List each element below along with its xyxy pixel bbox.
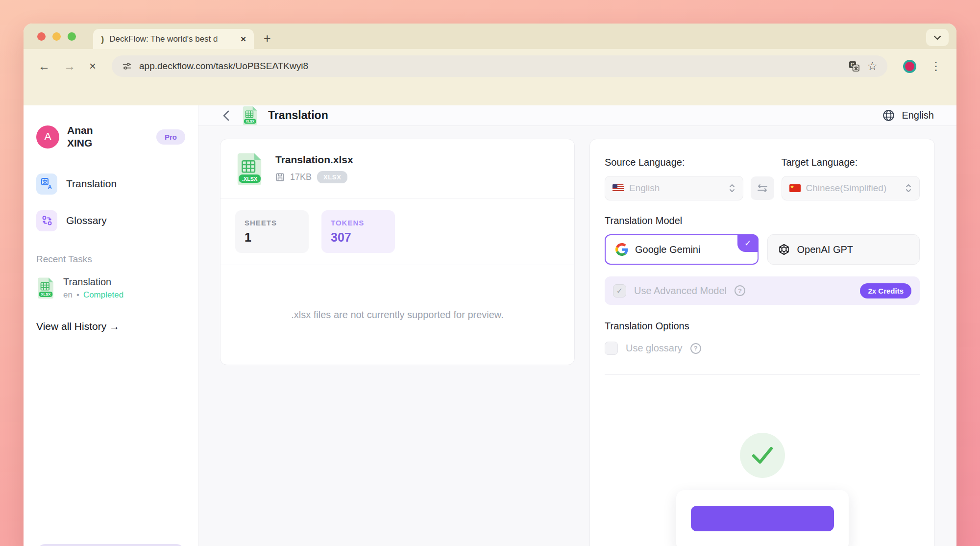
app-content: A Anan XING Pro A Translatio bbox=[24, 105, 956, 546]
target-language-value: Chinese(Simplified) bbox=[806, 183, 900, 194]
back-chevron-icon[interactable] bbox=[221, 109, 232, 122]
target-language-select[interactable]: ★ Chinese(Simplified) bbox=[782, 176, 920, 200]
file-stats: SHEETS 1 TOKENS 307 bbox=[220, 199, 574, 265]
new-tab-button[interactable]: + bbox=[264, 32, 271, 45]
model-name: Google Gemini bbox=[635, 244, 700, 255]
sidebar-item-glossary[interactable]: Glossary bbox=[36, 210, 185, 231]
recent-task-text: Translation en • Completed bbox=[63, 276, 123, 300]
sidebar-item-label: Glossary bbox=[66, 215, 107, 226]
task-status: Completed bbox=[83, 290, 123, 300]
bookmark-star-icon[interactable]: ☆ bbox=[867, 59, 878, 73]
use-glossary-checkbox[interactable] bbox=[605, 342, 618, 355]
language-row: Source Language: English bbox=[605, 157, 920, 200]
advanced-model-row: ✓ Use Advanced Model ? 2x Credits bbox=[605, 276, 920, 305]
tab-title: DeckFlow: The world's best d bbox=[109, 34, 235, 44]
updown-chevron-icon bbox=[905, 183, 912, 193]
sidebar-nav: A Translation Glossary bbox=[36, 174, 185, 231]
recent-task-item[interactable]: XLSX Translation en • Completed bbox=[36, 276, 185, 300]
google-logo-icon bbox=[615, 243, 628, 256]
us-flag-icon bbox=[612, 184, 624, 192]
recent-tasks-heading: Recent Tasks bbox=[36, 254, 185, 265]
minimize-window-button[interactable] bbox=[52, 32, 61, 41]
section-divider bbox=[605, 374, 920, 375]
credits-badge: 2x Credits bbox=[860, 283, 911, 298]
stop-loading-icon[interactable]: × bbox=[89, 60, 96, 72]
sidebar-item-label: Translation bbox=[66, 178, 117, 190]
browser-menu-icon[interactable]: ⋮ bbox=[930, 59, 942, 73]
file-info: Translation.xlsx 17KB XLSX bbox=[275, 154, 353, 183]
address-bar[interactable]: app.deckflow.com/task/UoPBSEATKwyi8 G ☆ bbox=[112, 55, 887, 77]
window-controls bbox=[37, 32, 76, 41]
model-openai-gpt-button[interactable]: OpenAI GPT bbox=[767, 234, 920, 265]
sidebar-bottom-card bbox=[37, 544, 184, 546]
close-window-button[interactable] bbox=[37, 32, 46, 41]
dot-separator: • bbox=[76, 290, 79, 300]
url-text[interactable]: app.deckflow.com/task/UoPBSEATKwyi8 bbox=[139, 61, 841, 72]
header-file-icon: XLSX bbox=[242, 105, 258, 125]
browser-tab[interactable]: ) DeckFlow: The world's best d × bbox=[93, 29, 254, 49]
file-type-badge: XLSX bbox=[317, 171, 347, 183]
browser-toolbar: ← → × app.deckflow.com/task/UoPBSEATKwyi… bbox=[24, 49, 956, 83]
save-disk-icon bbox=[275, 173, 285, 182]
openai-logo-icon bbox=[778, 243, 790, 256]
help-icon[interactable]: ? bbox=[735, 285, 745, 296]
stat-value: 307 bbox=[331, 230, 386, 245]
back-icon[interactable]: ← bbox=[38, 60, 50, 72]
translation-options-label: Translation Options bbox=[605, 321, 920, 332]
updown-chevron-icon bbox=[729, 183, 735, 193]
xlsx-file-icon: XLSX bbox=[36, 276, 55, 299]
help-icon[interactable]: ? bbox=[690, 343, 701, 354]
page-title: Translation bbox=[268, 109, 328, 122]
stat-label: TOKENS bbox=[331, 219, 386, 227]
user-avatar: A bbox=[36, 125, 59, 149]
xlsx-file-icon: .XLSX bbox=[235, 152, 264, 185]
target-language-group: Target Language: ★ Chinese(Simplified) bbox=[782, 157, 920, 200]
swap-languages-button[interactable] bbox=[751, 176, 774, 200]
model-google-gemini-button[interactable]: Google Gemini ✓ bbox=[605, 234, 759, 265]
file-meta: 17KB XLSX bbox=[275, 171, 353, 183]
model-buttons: Google Gemini ✓ OpenAI GPT bbox=[605, 234, 920, 265]
source-language-label: Source Language: bbox=[605, 157, 743, 168]
chevron-down-icon bbox=[933, 35, 941, 40]
forward-icon[interactable]: → bbox=[64, 60, 75, 72]
source-language-select[interactable]: English bbox=[605, 176, 743, 200]
translation-model-label: Translation Model bbox=[605, 215, 920, 226]
ui-language-selector[interactable]: English bbox=[882, 109, 934, 122]
site-settings-icon[interactable] bbox=[122, 61, 132, 72]
user-profile[interactable]: A Anan XING Pro bbox=[36, 124, 185, 150]
sidebar: A Anan XING Pro A Translatio bbox=[24, 105, 198, 546]
swap-arrows-icon bbox=[757, 183, 768, 193]
user-last-name: XING bbox=[67, 137, 92, 149]
file-name: Translation.xlsx bbox=[275, 154, 353, 166]
page-header: XLSX Translation English bbox=[198, 105, 956, 126]
translation-nav-icon: A bbox=[36, 174, 57, 195]
primary-action-button[interactable] bbox=[691, 506, 834, 531]
tab-search-chevron-button[interactable] bbox=[926, 29, 949, 46]
content-area: .XLSX Translation.xlsx 17KB XLSX bbox=[198, 126, 956, 546]
advanced-model-label: Use Advanced Model bbox=[634, 285, 727, 297]
plan-badge: Pro bbox=[156, 129, 185, 145]
xlsx-badge-label: XLSX bbox=[41, 292, 51, 297]
view-all-history-link[interactable]: View all History → bbox=[36, 321, 185, 332]
preview-message: .xlsx files are not currently supported … bbox=[220, 265, 574, 365]
tab-close-icon[interactable]: × bbox=[241, 34, 246, 44]
advanced-model-checkbox[interactable]: ✓ bbox=[613, 284, 626, 298]
browser-profile-avatar[interactable] bbox=[903, 60, 916, 73]
translate-page-icon[interactable]: G bbox=[848, 60, 860, 72]
maximize-window-button[interactable] bbox=[68, 32, 76, 41]
sheets-stat: SHEETS 1 bbox=[235, 210, 309, 253]
cn-star-glyph: ★ bbox=[790, 185, 794, 189]
ui-language-label: English bbox=[902, 110, 934, 121]
file-card-header: .XLSX Translation.xlsx 17KB XLSX bbox=[220, 139, 574, 199]
selected-check-badge: ✓ bbox=[737, 234, 759, 252]
user-name: Anan XING bbox=[67, 124, 93, 150]
target-language-label: Target Language: bbox=[782, 157, 920, 168]
file-size: 17KB bbox=[290, 172, 312, 182]
toolbar-spacer bbox=[24, 83, 956, 105]
model-name: OpenAI GPT bbox=[797, 244, 854, 255]
sidebar-item-translation[interactable]: A Translation bbox=[36, 174, 185, 195]
success-circle bbox=[740, 433, 785, 478]
stat-value: 1 bbox=[245, 230, 299, 245]
svg-text:A: A bbox=[48, 184, 52, 190]
glossary-nav-icon bbox=[36, 210, 57, 231]
